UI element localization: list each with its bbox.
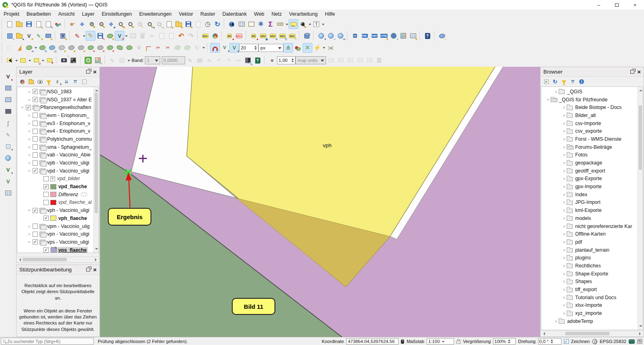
processing-toolbox-button[interactable]: ✱ — [256, 19, 266, 29]
statistical-summary-button[interactable]: Σ — [266, 19, 275, 29]
browser-row-planlauf[interactable]: planlauf_terrain — [541, 246, 638, 254]
bookmark-gray-button[interactable] — [193, 19, 203, 29]
raster-redo-button[interactable]: ↷ — [224, 55, 233, 65]
new-shapefile-button[interactable]: V★ — [24, 31, 34, 41]
spinner-arrows[interactable] — [508, 338, 510, 345]
rotate-label-button[interactable]: abc↻ — [278, 31, 287, 41]
blue-grid-tool-button[interactable] — [3, 83, 13, 93]
browser-row-forums[interactable]: Forums-Beiträge — [541, 143, 638, 151]
expander-icon[interactable] — [561, 255, 567, 261]
map-styler-button[interactable]: ✎ — [93, 55, 103, 65]
bookmark-blue-button[interactable]: ★ — [184, 19, 193, 29]
layer-row-evm[interactable]: evm - Eriophorum_ — [17, 111, 93, 119]
layer-row-vpb[interactable]: vpb - Vaccinio_uligi — [17, 159, 93, 167]
layer-checkbox[interactable] — [43, 184, 49, 189]
menu-einstellungen[interactable]: Einstellungen — [98, 10, 136, 18]
new-virtual-layer-button[interactable]: V★ — [58, 31, 68, 41]
layer-row-differenz[interactable]: Differenz — [17, 191, 93, 199]
new-spatialite-button[interactable]: ✎★ — [34, 31, 43, 41]
zoom-full-button[interactable]: ✥★ — [106, 19, 116, 29]
zoom-in-button[interactable]: + — [87, 19, 97, 29]
new-print-layout-button[interactable]: ★ — [34, 19, 43, 29]
snap-tolerance-input[interactable]: 20 — [239, 44, 258, 52]
expander-icon[interactable] — [561, 105, 567, 110]
magnifier-plugin-button[interactable] — [83, 55, 93, 65]
current-edits-button[interactable]: ✎ — [72, 31, 82, 41]
html-export-button[interactable]: HTML★ — [379, 31, 389, 41]
remove-layer-button[interactable]: − — [80, 78, 88, 85]
snap-intersection-button[interactable]: ✕ — [303, 43, 312, 53]
save-layer-edits-button[interactable]: ✎ — [95, 31, 105, 41]
serval-units-select[interactable]: map units — [295, 56, 326, 64]
menu-ansicht[interactable]: Ansicht — [54, 10, 78, 18]
toggle-editing-button[interactable]: ✎ — [86, 31, 95, 41]
serval-polygon4-button[interactable] — [365, 55, 374, 65]
vector-nodes-tool-button[interactable]: V● — [3, 72, 13, 81]
expander-icon[interactable] — [27, 144, 32, 150]
deselect-features-button[interactable]: ⊘ — [31, 55, 41, 65]
metasearch-button[interactable]: ▾ — [316, 31, 326, 41]
scroll-right-arrow[interactable] — [95, 258, 98, 261]
expander-icon[interactable] — [553, 89, 559, 94]
expander-icon[interactable] — [561, 287, 567, 292]
browser-row-shape-exporte[interactable]: Shape-Exporte — [541, 270, 638, 278]
topological-editing-button[interactable]: ⋔ — [283, 43, 293, 53]
expander-icon[interactable] — [27, 224, 32, 229]
layout-small-tool-button[interactable]: ▾ — [3, 142, 13, 151]
globe-add-button[interactable]: + — [389, 31, 398, 41]
current-edits-dropdown[interactable] — [82, 31, 86, 40]
raster-link-button[interactable]: ⚯ — [233, 55, 243, 65]
merge-features-button[interactable] — [173, 43, 182, 53]
expander-icon[interactable] — [27, 168, 32, 174]
offset-point-symbols-button[interactable]: ⋊ — [326, 43, 335, 53]
expand-all-button[interactable]: ⇊ — [63, 78, 70, 85]
layer-tree-hscrollbar[interactable] — [17, 257, 99, 262]
undo-button[interactable]: ↶ — [176, 31, 186, 41]
select-by-value-dropdown[interactable] — [28, 56, 31, 65]
layer-row-vps[interactable]: vps - Vaccinio_uligi — [17, 238, 93, 246]
expander-icon[interactable] — [561, 192, 567, 197]
filter-legend-button[interactable] — [45, 78, 52, 85]
layer-row-vph-flaeche[interactable]: vph_flaeche — [17, 214, 93, 222]
zoom-next-button[interactable]: ▸ — [155, 19, 164, 29]
text-annotation-button[interactable]: T — [312, 19, 321, 29]
layer-checkbox[interactable] — [33, 152, 38, 158]
zoom-to-selection-button[interactable]: ★ — [116, 19, 126, 29]
expander-icon[interactable] — [561, 168, 567, 174]
merge-attributes-button[interactable] — [182, 43, 192, 53]
layer-row-ev3[interactable]: ev3 - Eriophorum_v — [17, 119, 93, 127]
raster-fill-button[interactable] — [195, 55, 204, 65]
new-bookmark-button[interactable]: ★ — [164, 19, 174, 29]
browser-hscrollbar[interactable] — [541, 331, 643, 336]
expander-icon[interactable] — [561, 231, 567, 237]
layer-checkbox[interactable] — [43, 216, 49, 221]
coordinate-input[interactable]: 473864.04,5397624.56 — [346, 338, 398, 345]
layer-row-polytrichum[interactable]: Polytrichum_commu — [17, 135, 93, 143]
browser-row-rechtliches[interactable]: Rechtliches — [541, 262, 638, 270]
add-ring-button[interactable]: ★ — [66, 43, 76, 53]
tasks-icon[interactable]: ✎ — [637, 339, 642, 344]
browser-row-geopackage[interactable]: geopackage — [541, 159, 638, 167]
add-group-button[interactable] — [27, 78, 35, 85]
layer-checkbox[interactable] — [33, 144, 38, 150]
snapping-toggle-button[interactable] — [210, 43, 220, 53]
scroll-up-arrow[interactable] — [639, 88, 642, 91]
fill-ring-button[interactable]: ✕ — [86, 43, 95, 53]
menu-web[interactable]: Web — [250, 10, 268, 18]
cad-tools-button[interactable] — [5, 43, 14, 53]
vertex-strip-tool-button[interactable]: V — [3, 177, 13, 186]
expander-icon[interactable] — [27, 89, 32, 94]
layer-row-ev4[interactable]: ev4 - Eriophorum_v — [17, 127, 93, 135]
browser-row-models[interactable]: models — [541, 214, 638, 222]
browser-collapse-button[interactable]: ⇈ — [569, 78, 576, 85]
expander-icon[interactable] — [27, 207, 32, 213]
menu-netz[interactable]: Netz — [268, 10, 286, 18]
globe-tool-button[interactable] — [3, 153, 13, 163]
scale-select[interactable]: 1:100 — [427, 338, 454, 345]
layer-checkbox[interactable] — [33, 232, 38, 237]
layer-row-vpd-bilder[interactable]: vpd_bilder — [17, 175, 93, 183]
snapping-mode-button[interactable]: V▾ — [220, 43, 229, 53]
expander-icon[interactable] — [561, 176, 567, 181]
browser-row-fotos[interactable]: Fotos — [541, 151, 638, 159]
expander-icon[interactable] — [561, 239, 567, 245]
